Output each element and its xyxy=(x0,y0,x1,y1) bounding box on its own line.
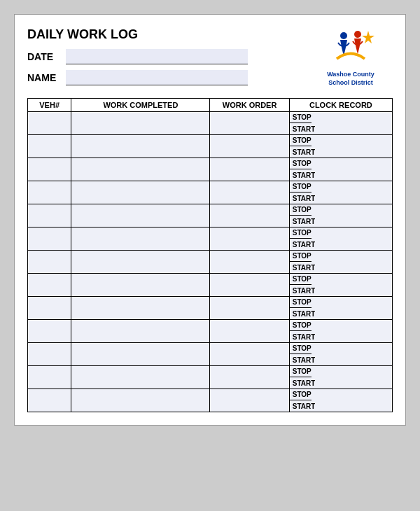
start-label: START xyxy=(293,287,316,295)
veh-cell[interactable] xyxy=(28,135,71,158)
order-cell[interactable] xyxy=(210,135,289,158)
clock-cell: STOPSTART xyxy=(289,343,392,366)
work-cell[interactable] xyxy=(71,112,210,135)
work-cell[interactable] xyxy=(71,274,210,297)
order-cell[interactable] xyxy=(210,343,289,366)
work-cell[interactable] xyxy=(71,320,210,343)
clock-cell: STOPSTART xyxy=(289,204,392,227)
svg-point-1 xyxy=(340,32,347,39)
stop-row[interactable]: STOP xyxy=(290,135,392,146)
work-cell[interactable] xyxy=(71,227,210,251)
order-cell[interactable] xyxy=(210,158,289,181)
stop-row[interactable]: STOP xyxy=(290,204,392,216)
table-row: STOPSTART xyxy=(28,181,393,204)
order-cell[interactable] xyxy=(210,204,289,227)
stop-label: STOP xyxy=(293,344,312,352)
order-cell[interactable] xyxy=(210,227,289,251)
clock-cell: STOPSTART xyxy=(289,389,392,412)
page-title: DAILY WORK LOG xyxy=(27,27,309,42)
header-section: DAILY WORK LOG DATE NAME xyxy=(27,27,393,91)
start-row[interactable]: START xyxy=(290,354,392,365)
stop-label: STOP xyxy=(293,368,312,375)
name-input[interactable] xyxy=(66,70,248,85)
table-header-row: VEH# WORK COMPLETED WORK ORDER CLOCK REC… xyxy=(28,99,393,112)
order-cell[interactable] xyxy=(210,112,289,135)
order-cell[interactable] xyxy=(210,181,289,204)
stop-row[interactable]: STOP xyxy=(290,227,392,239)
stop-label: STOP xyxy=(293,160,312,167)
date-input[interactable] xyxy=(66,49,248,64)
work-cell[interactable] xyxy=(71,297,210,320)
start-label: START xyxy=(293,148,316,156)
start-label: START xyxy=(293,172,316,179)
start-row[interactable]: START xyxy=(290,331,392,342)
col-header-veh: VEH# xyxy=(28,99,71,112)
order-cell[interactable] xyxy=(210,320,289,343)
start-label: START xyxy=(293,125,316,133)
stop-row[interactable]: STOP xyxy=(290,389,392,400)
stop-row[interactable]: STOP xyxy=(290,158,392,169)
start-row[interactable]: START xyxy=(290,239,392,250)
work-cell[interactable] xyxy=(71,366,210,389)
table-row: STOPSTART xyxy=(28,320,393,343)
order-cell[interactable] xyxy=(210,366,289,389)
stop-label: STOP xyxy=(293,113,312,121)
order-cell[interactable] xyxy=(210,274,289,297)
clock-cell: STOPSTART xyxy=(289,158,392,181)
start-row[interactable]: START xyxy=(290,285,392,296)
start-label: START xyxy=(293,241,316,248)
start-row[interactable]: START xyxy=(290,146,392,158)
order-cell[interactable] xyxy=(210,297,289,320)
stop-label: STOP xyxy=(293,183,312,190)
order-cell[interactable] xyxy=(210,251,289,274)
table-row: STOPSTART xyxy=(28,343,393,366)
start-row[interactable]: START xyxy=(290,169,392,181)
start-row[interactable]: START xyxy=(290,400,392,412)
veh-cell[interactable] xyxy=(28,320,71,343)
start-row[interactable]: START xyxy=(290,377,392,388)
stop-label: STOP xyxy=(293,206,312,214)
start-row[interactable]: START xyxy=(290,216,392,227)
stop-row[interactable]: STOP xyxy=(290,274,392,285)
clock-cell: STOPSTART xyxy=(289,366,392,389)
stop-label: STOP xyxy=(293,229,312,237)
work-cell[interactable] xyxy=(71,181,210,204)
work-cell[interactable] xyxy=(71,135,210,158)
veh-cell[interactable] xyxy=(28,112,71,135)
veh-cell[interactable] xyxy=(28,343,71,366)
work-cell[interactable] xyxy=(71,251,210,274)
stop-row[interactable]: STOP xyxy=(290,343,392,354)
col-header-work: WORK COMPLETED xyxy=(71,99,210,112)
school-district-logo xyxy=(323,27,379,69)
veh-cell[interactable] xyxy=(28,181,71,204)
veh-cell[interactable] xyxy=(28,389,71,412)
work-cell[interactable] xyxy=(71,343,210,366)
veh-cell[interactable] xyxy=(28,204,71,227)
veh-cell[interactable] xyxy=(28,158,71,181)
veh-cell[interactable] xyxy=(28,366,71,389)
clock-cell: STOPSTART xyxy=(289,274,392,297)
svg-marker-0 xyxy=(362,31,374,43)
clock-cell: STOPSTART xyxy=(289,181,392,204)
page: DAILY WORK LOG DATE NAME xyxy=(14,14,406,426)
start-row[interactable]: START xyxy=(290,192,392,204)
veh-cell[interactable] xyxy=(28,227,71,251)
stop-row[interactable]: STOP xyxy=(290,366,392,377)
work-cell[interactable] xyxy=(71,204,210,227)
stop-row[interactable]: STOP xyxy=(290,320,392,331)
stop-row[interactable]: STOP xyxy=(290,181,392,192)
veh-cell[interactable] xyxy=(28,274,71,297)
start-row[interactable]: START xyxy=(290,262,392,273)
stop-row[interactable]: STOP xyxy=(290,297,392,308)
work-cell[interactable] xyxy=(71,389,210,412)
stop-row[interactable]: STOP xyxy=(290,112,392,123)
order-cell[interactable] xyxy=(210,389,289,412)
start-row[interactable]: START xyxy=(290,308,392,319)
work-cell[interactable] xyxy=(71,158,210,181)
start-row[interactable]: START xyxy=(290,123,392,134)
veh-cell[interactable] xyxy=(28,251,71,274)
stop-row[interactable]: STOP xyxy=(290,251,392,262)
table-row: STOPSTART xyxy=(28,204,393,227)
clock-cell: STOPSTART xyxy=(289,135,392,158)
veh-cell[interactable] xyxy=(28,297,71,320)
